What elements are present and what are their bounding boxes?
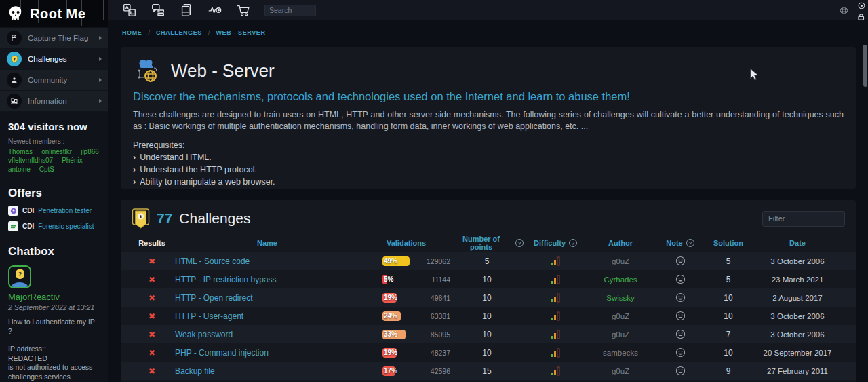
author-link[interactable]: g0uZ (612, 312, 629, 320)
chevron-right-icon (99, 99, 102, 103)
member-link[interactable]: jlp866 (81, 148, 99, 155)
breadcrumb-challenges[interactable]: CHALLENGES (156, 29, 202, 36)
help-icon[interactable]: ? (686, 239, 694, 247)
column-difficulty[interactable]: Difficulty? (524, 239, 587, 247)
flashcards-icon[interactable] (122, 3, 137, 18)
member-link[interactable]: onlinestlkr (41, 148, 72, 155)
solution-count[interactable]: 10 (707, 348, 750, 358)
offers-title: Offers (8, 187, 100, 200)
not-validated-icon: ✖ (149, 311, 155, 321)
column-points[interactable]: Number of points? (450, 235, 524, 251)
validation-count: 49641 (418, 294, 450, 302)
books-icon (7, 94, 22, 109)
challenges-title: Challenges (179, 210, 250, 227)
challenge-link[interactable]: HTML - Source code (175, 256, 250, 266)
avatar[interactable]: ? (8, 265, 31, 288)
challenges-panel: 77 Challenges Results Name Validations N… (121, 200, 856, 382)
solution-count[interactable]: 5 (707, 275, 750, 284)
sidebar-item-label: Community (28, 76, 67, 84)
challenge-date: 20 September 2017 (750, 349, 845, 357)
solution-count[interactable]: 9 (707, 366, 750, 376)
member-link[interactable]: vfleltvmfldhs07 (8, 157, 53, 164)
cloud-globe-icon (133, 57, 163, 84)
column-validations[interactable]: Validations (362, 239, 450, 247)
note-icon (675, 274, 686, 284)
author-link[interactable]: g0uZ (612, 257, 629, 265)
note-icon (675, 256, 686, 266)
author-link[interactable]: Cyrhades (604, 275, 637, 284)
column-date[interactable]: Date (750, 239, 845, 247)
solution-count[interactable]: 5 (707, 256, 750, 266)
member-link[interactable]: Phénix (62, 157, 83, 164)
sidebar-item-challenges[interactable]: Challenges (0, 49, 108, 70)
column-name[interactable]: Name (172, 239, 362, 247)
chevron-bullet: › (133, 153, 136, 162)
table-body: ✖ HTML - Source code 49%129062 5 g0uZ 5 … (121, 252, 856, 380)
column-note[interactable]: Note? (654, 239, 707, 247)
search-input[interactable] (264, 5, 316, 16)
category-subtitle: Discover the mechanisms, protocols and t… (133, 90, 844, 103)
points-value: 10 (450, 275, 524, 284)
validation-percent: 19% (384, 293, 397, 303)
logo[interactable]: Root Me (0, 0, 108, 27)
solution-count[interactable]: 10 (707, 293, 750, 303)
not-validated-icon: ✖ (149, 293, 155, 303)
sidebar-item-information[interactable]: Information (0, 91, 108, 112)
validation-percent: 19% (384, 348, 397, 358)
filter-input[interactable] (762, 211, 845, 227)
chat-network-icon[interactable] (151, 3, 165, 18)
member-link[interactable]: CptS (39, 166, 54, 173)
chevron-right-icon (99, 36, 102, 40)
column-solution[interactable]: Solution (707, 239, 750, 247)
validation-percent: 17% (384, 366, 397, 376)
chat-message-line: is not authorized to access (8, 363, 100, 373)
offer-link[interactable]: Penetration tester (38, 207, 92, 214)
chat-message-line: challenges services (8, 373, 100, 382)
challenge-link[interactable]: PHP - Command injection (175, 348, 269, 358)
flag-icon (7, 31, 22, 45)
help-icon[interactable]: ? (515, 239, 524, 247)
challenge-link[interactable]: HTTP - IP restriction bypass (175, 275, 277, 284)
target-icon[interactable] (857, 1, 866, 10)
solution-count[interactable]: 7 (707, 330, 750, 339)
challenge-link[interactable]: HTTP - User-agent (175, 311, 243, 321)
chat-username-link[interactable]: MajorReactiv (8, 292, 60, 302)
breadcrumb-home[interactable]: HOME (122, 29, 142, 36)
challenge-link[interactable]: Backup file (175, 366, 215, 376)
challenge-count: 77 (157, 210, 172, 227)
difficulty-icon (550, 311, 561, 321)
author-link[interactable]: g0uZ (612, 367, 629, 375)
sidebar-item-community[interactable]: Community (0, 70, 108, 91)
activity-target-icon[interactable] (208, 3, 222, 18)
note-icon (675, 311, 686, 321)
sidebar-item-capture-the-flag[interactable]: Capture The Flag (0, 28, 108, 49)
shield-lock-icon (7, 52, 22, 66)
member-link[interactable]: antoine (8, 166, 31, 173)
chatbox-title: Chatbox (8, 245, 100, 259)
column-author[interactable]: Author (587, 239, 654, 247)
column-results[interactable]: Results (132, 239, 172, 247)
cart-icon[interactable] (236, 3, 251, 18)
chat-message-line: REDACTED (8, 354, 100, 364)
help-icon[interactable]: ? (569, 239, 577, 247)
note-icon (675, 366, 686, 376)
globe-icon[interactable] (839, 5, 849, 16)
challenge-link[interactable]: Weak password (175, 330, 233, 339)
validation-count: 63381 (418, 312, 450, 320)
challenge-link[interactable]: HTTP - Open redirect (175, 293, 252, 303)
not-validated-icon: ✖ (149, 256, 155, 266)
table-row: ✖ PHP - Command injection 19%48237 10 sa… (121, 343, 856, 362)
offer-link[interactable]: Forensic specialist (38, 223, 94, 230)
author-link[interactable]: g0uZ (612, 330, 629, 339)
breadcrumb-current[interactable]: WEB - SERVER (216, 29, 265, 36)
breadcrumb-separator: / (208, 29, 210, 36)
solution-count[interactable]: 10 (707, 311, 750, 321)
member-link[interactable]: Thomas (8, 148, 33, 155)
author-link[interactable]: sambecks (603, 349, 638, 357)
sidebar-item-label: Information (28, 97, 67, 105)
prerequisite-item: ›Understand the HTTP protocol. (133, 165, 844, 174)
documents-icon[interactable] (179, 3, 194, 18)
author-link[interactable]: Swissky (606, 294, 635, 302)
table-row: ✖ Backup file 17%42596 15 g0uZ 9 27 Febr… (121, 362, 856, 380)
hanging-string-decoration (103, 0, 104, 20)
